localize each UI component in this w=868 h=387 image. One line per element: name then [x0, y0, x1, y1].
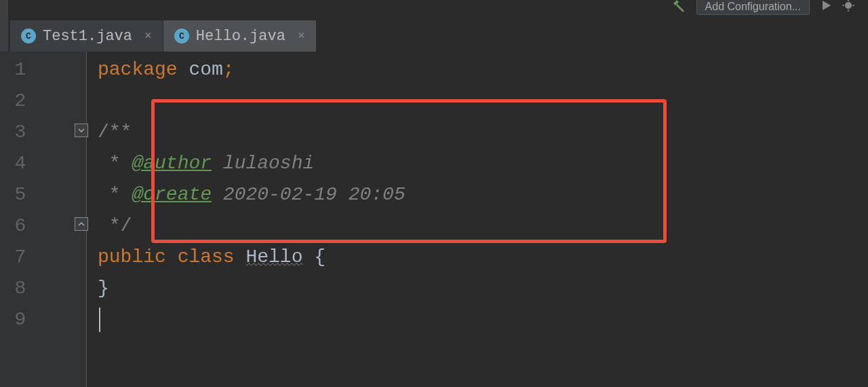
code-editor[interactable]: package com; /** * @author lulaoshi * @c… [87, 52, 868, 387]
code-line-8: } [98, 273, 868, 304]
line-number[interactable]: 1 [0, 54, 41, 86]
debug-icon[interactable] [842, 0, 854, 15]
svg-point-0 [845, 2, 852, 9]
line-number[interactable]: 3 [0, 117, 41, 148]
tab-label: Hello.java [196, 28, 285, 45]
fold-gutter [41, 52, 87, 387]
code-line-9 [98, 304, 868, 335]
line-number[interactable]: 4 [0, 148, 41, 179]
fold-collapse-icon[interactable] [75, 217, 88, 231]
code-line-5: * @create 2020-02-19 20:05 [98, 179, 868, 210]
code-line-1: package com; [98, 54, 868, 86]
line-number[interactable]: 8 [0, 273, 41, 304]
code-line-4: * @author lulaoshi [98, 148, 868, 179]
close-icon[interactable]: × [144, 29, 152, 43]
fold-collapse-icon[interactable] [75, 124, 88, 137]
java-class-icon: C [21, 29, 36, 43]
code-line-3: /** [98, 117, 868, 148]
tab-test1[interactable]: C Test1.java × [10, 20, 163, 52]
line-number[interactable]: 7 [0, 242, 41, 273]
line-number[interactable]: 5 [0, 179, 41, 210]
close-icon[interactable]: × [298, 29, 305, 43]
line-number[interactable]: 9 [0, 304, 41, 335]
code-line-6: */ [98, 210, 868, 242]
line-number[interactable]: 2 [0, 86, 41, 117]
add-configuration-button[interactable]: Add Configuration... [696, 0, 810, 15]
run-icon[interactable] [820, 0, 832, 15]
code-line-7: public class Hello { [98, 242, 868, 273]
code-line-2 [98, 86, 868, 117]
top-toolbar: Add Configuration... [671, 0, 868, 14]
tab-bar: C Test1.java × C Hello.java × [10, 20, 317, 52]
editor-area: 1 2 3 4 5 6 7 8 9 package com; /** * @au… [0, 52, 868, 387]
tab-hello[interactable]: C Hello.java × [163, 20, 317, 52]
line-number[interactable]: 6 [0, 210, 41, 242]
text-cursor [99, 308, 100, 332]
java-class-icon: C [174, 29, 189, 43]
tab-label: Test1.java [43, 28, 132, 45]
build-icon[interactable] [671, 0, 686, 16]
line-number-gutter: 1 2 3 4 5 6 7 8 9 [0, 52, 41, 387]
